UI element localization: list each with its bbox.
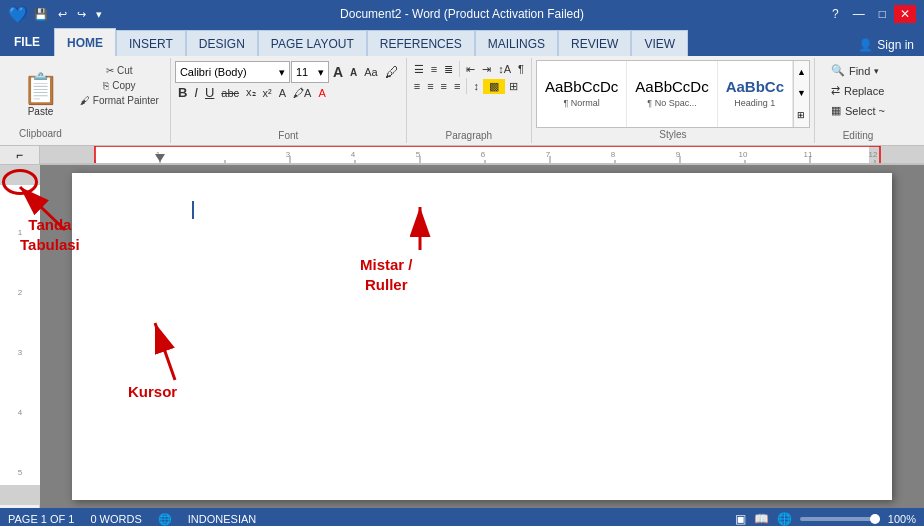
- paste-button[interactable]: 📋 Paste: [14, 67, 67, 121]
- multilevel-btn[interactable]: ≣: [441, 62, 456, 77]
- styles-scroll-up[interactable]: ▲: [796, 66, 807, 78]
- ruler-svg: 1 3 4 5 6 7 8 9 10 11 12: [40, 146, 924, 164]
- status-bar: PAGE 1 OF 1 0 WORDS 🌐 INDONESIAN ▣ 📖 🌐 1…: [0, 508, 924, 526]
- subscript-btn[interactable]: x₂: [243, 85, 259, 100]
- svg-text:10: 10: [739, 150, 748, 159]
- view-web-btn[interactable]: 🌐: [777, 512, 792, 526]
- font-case-btn[interactable]: Aa: [361, 65, 380, 79]
- quick-dropdown-btn[interactable]: ▾: [92, 6, 106, 23]
- find-btn[interactable]: 🔍 Find ▾: [825, 62, 891, 79]
- quick-redo-btn[interactable]: ↪: [73, 6, 90, 23]
- maximize-btn[interactable]: □: [873, 5, 892, 23]
- tab-file[interactable]: FILE: [0, 28, 54, 56]
- font-grow-btn[interactable]: A: [330, 63, 346, 81]
- increase-indent-btn[interactable]: ⇥: [479, 62, 494, 77]
- underline-btn[interactable]: U: [202, 84, 217, 101]
- font-size-select[interactable]: 11 ▾: [291, 61, 329, 83]
- tab-home[interactable]: HOME: [54, 28, 116, 56]
- find-dropdown-icon: ▾: [874, 66, 879, 76]
- svg-rect-0: [40, 146, 95, 164]
- svg-text:5: 5: [416, 150, 421, 159]
- font-shrink-btn[interactable]: A: [347, 66, 360, 79]
- svg-text:5: 5: [18, 468, 23, 477]
- tab-insert[interactable]: INSERT: [116, 30, 186, 56]
- font-group-label: Font: [171, 130, 406, 141]
- tab-page-layout[interactable]: PAGE LAYOUT: [258, 30, 367, 56]
- styles-expand[interactable]: ⊞: [796, 109, 807, 121]
- numbering-btn[interactable]: ≡: [428, 62, 440, 76]
- zoom-thumb: [870, 514, 880, 524]
- italic-btn[interactable]: I: [191, 84, 201, 101]
- font-size-dropdown-icon: ▾: [318, 66, 324, 79]
- left-ruler: 1 2 3 4 5: [0, 165, 40, 508]
- clipboard-group: 📋 Paste Clipboard ✂ Cut ⎘ Copy 🖌 Format …: [4, 58, 171, 143]
- format-painter-button[interactable]: 🖌 Format Painter: [77, 94, 162, 107]
- align-center-btn[interactable]: ≡: [424, 79, 436, 93]
- styles-scroll-down[interactable]: ▼: [796, 87, 807, 99]
- zoom-slider[interactable]: [800, 517, 880, 521]
- tab-view[interactable]: VIEW: [631, 30, 688, 56]
- close-btn[interactable]: ✕: [894, 5, 916, 23]
- style-no-spacing[interactable]: AaBbCcDc ¶ No Spac...: [627, 61, 717, 127]
- font-dropdown-icon: ▾: [279, 66, 285, 79]
- style-heading1[interactable]: AaBbCc Heading 1: [718, 61, 793, 127]
- text-effect-btn[interactable]: A: [276, 86, 289, 100]
- select-btn[interactable]: ▦ Select ~: [825, 102, 891, 119]
- cut-button[interactable]: ✂ Cut: [77, 64, 162, 77]
- highlight-btn[interactable]: 🖍A: [290, 86, 314, 100]
- svg-text:4: 4: [351, 150, 356, 159]
- bullets-btn[interactable]: ☰: [411, 62, 427, 77]
- title-bar: 💙 💾 ↩ ↪ ▾ Document2 - Word (Product Acti…: [0, 0, 924, 28]
- show-para-btn[interactable]: ¶: [515, 62, 527, 76]
- tab-design[interactable]: DESIGN: [186, 30, 258, 56]
- minimize-btn[interactable]: —: [847, 5, 871, 23]
- main-area: 1 2 3 4 5: [0, 165, 924, 508]
- svg-text:12: 12: [869, 150, 878, 159]
- sign-in-btn[interactable]: 👤 Sign in: [848, 34, 924, 56]
- view-reading-btn[interactable]: 📖: [754, 512, 769, 526]
- svg-text:9: 9: [676, 150, 681, 159]
- cursor: [192, 201, 194, 219]
- copy-button[interactable]: ⎘ Copy: [77, 79, 162, 92]
- para-sep1: [459, 61, 460, 77]
- decrease-indent-btn[interactable]: ⇤: [463, 62, 478, 77]
- borders-btn[interactable]: ⊞: [506, 79, 521, 94]
- select-icon: ▦: [831, 104, 841, 117]
- tab-mailings[interactable]: MAILINGS: [475, 30, 558, 56]
- style-normal[interactable]: AaBbCcDc ¶ Normal: [537, 61, 627, 127]
- clipboard-label: Clipboard: [19, 128, 62, 139]
- justify-btn[interactable]: ≡: [451, 79, 463, 93]
- shading-btn[interactable]: ▩: [483, 79, 505, 94]
- font-color-btn[interactable]: A: [315, 86, 328, 100]
- tab-selector[interactable]: ⌐: [0, 146, 40, 164]
- page-area[interactable]: [40, 165, 924, 508]
- svg-text:2: 2: [18, 288, 23, 297]
- view-normal-btn[interactable]: ▣: [735, 512, 746, 526]
- line-spacing-btn[interactable]: ↕: [470, 79, 482, 93]
- strikethrough-btn[interactable]: abc: [218, 86, 242, 100]
- svg-text:6: 6: [481, 150, 486, 159]
- window-title: Document2 - Word (Product Activation Fai…: [340, 7, 584, 21]
- align-left-btn[interactable]: ≡: [411, 79, 423, 93]
- quick-undo-btn[interactable]: ↩: [54, 6, 71, 23]
- align-right-btn[interactable]: ≡: [438, 79, 450, 93]
- title-bar-left: 💙 💾 ↩ ↪ ▾: [8, 5, 106, 24]
- tab-references[interactable]: REFERENCES: [367, 30, 475, 56]
- find-icon: 🔍: [831, 64, 845, 77]
- help-btn[interactable]: ?: [826, 5, 845, 23]
- horizontal-ruler[interactable]: 1 3 4 5 6 7 8 9 10 11 12: [40, 146, 924, 164]
- zoom-level: 100%: [888, 513, 916, 525]
- document-page[interactable]: [72, 173, 892, 500]
- tab-review[interactable]: REVIEW: [558, 30, 631, 56]
- paste-icon: 📋: [22, 71, 59, 106]
- styles-group-label: Styles: [536, 129, 810, 140]
- superscript-btn[interactable]: x²: [260, 86, 275, 100]
- font-clear-btn[interactable]: 🖊: [382, 63, 402, 81]
- replace-btn[interactable]: ⇄ Replace: [825, 82, 891, 99]
- sort-btn[interactable]: ↕A: [495, 62, 514, 76]
- font-name-select[interactable]: Calibri (Body) ▾: [175, 61, 290, 83]
- bold-btn[interactable]: B: [175, 84, 190, 101]
- quick-save-btn[interactable]: 💾: [30, 6, 52, 23]
- font-group: Calibri (Body) ▾ 11 ▾ A A Aa 🖊 B I U abc…: [171, 58, 407, 143]
- svg-text:1: 1: [18, 228, 23, 237]
